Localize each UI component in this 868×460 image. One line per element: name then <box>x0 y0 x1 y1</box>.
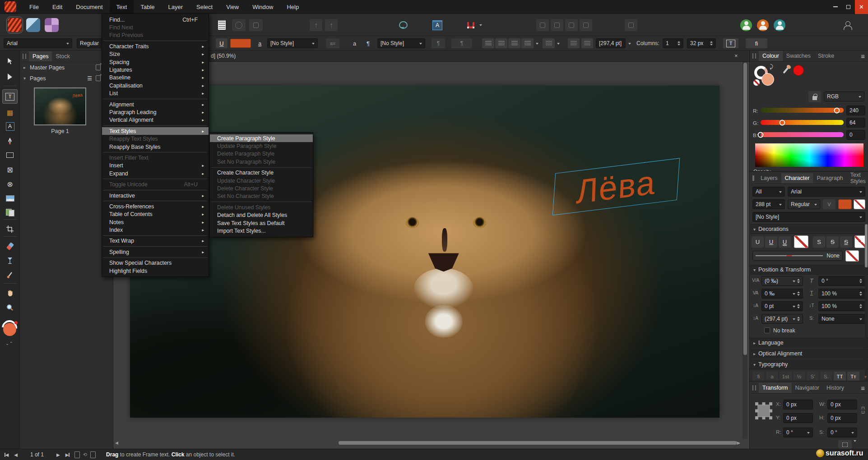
panel-handle-icon[interactable] <box>23 54 26 59</box>
tab-text-styles[interactable]: Text Styles <box>847 173 868 186</box>
document-close-icon[interactable]: × <box>734 52 738 59</box>
tab-character[interactable]: Character <box>781 173 813 183</box>
underline-colour-swatch[interactable] <box>794 235 808 248</box>
align-center-button[interactable] <box>495 38 507 48</box>
leading-value-dropdown[interactable] <box>627 38 633 48</box>
submenu-item[interactable]: Import Text Styles... <box>210 227 313 235</box>
hand-tool[interactable] <box>2 287 18 299</box>
submenu-item[interactable]: Delete Character Style <box>210 184 313 192</box>
submenu-item[interactable]: Detach and Delete All Styles <box>210 212 313 219</box>
typography-button[interactable]: 1st <box>780 372 792 382</box>
tab-stroke[interactable]: Stroke <box>814 51 838 61</box>
menu-item[interactable]: Cross-References <box>102 202 209 210</box>
picture-frame-ellipse-tool[interactable]: ⊗ <box>2 178 18 190</box>
typography-header[interactable]: ▾Typography <box>750 359 868 369</box>
typography-button[interactable]: fi <box>752 372 765 382</box>
rotation-select[interactable]: 0 ° <box>783 428 813 437</box>
menu-item[interactable]: Character Traits <box>102 42 209 50</box>
menubar-item[interactable]: Table <box>134 0 161 14</box>
menu-item[interactable]: Interactive <box>102 192 209 199</box>
stepper-icon[interactable] <box>710 40 713 47</box>
font-size-select[interactable]: 288 pt <box>752 199 785 209</box>
arrange-button-4[interactable] <box>580 19 592 31</box>
ellipse-tool-button[interactable] <box>232 19 246 31</box>
pen-tool[interactable] <box>2 134 18 147</box>
tab-paragraph[interactable]: Paragraph <box>813 173 846 183</box>
menu-item[interactable]: Paragraph Leading <box>102 108 209 116</box>
move-back-button[interactable]: ↑ <box>325 19 338 31</box>
menubar-item[interactable]: File <box>23 0 46 14</box>
snapping-dropdown[interactable] <box>478 19 484 31</box>
kerning-input[interactable]: (0 ‰) <box>761 276 803 286</box>
horizontal-scrollbar[interactable]: ◀ ▶ <box>114 440 741 446</box>
ligatures-button[interactable]: fi <box>746 38 767 48</box>
menubar-item[interactable]: View <box>219 0 246 14</box>
decorations-header[interactable]: ▾Decorations <box>750 224 868 234</box>
alignment-dropdown[interactable] <box>534 38 540 48</box>
menu-item[interactable]: Size <box>102 51 209 58</box>
double-strikethrough-button[interactable]: S <box>840 236 852 248</box>
single-page-view-icon[interactable] <box>74 451 80 458</box>
slider-handle[interactable] <box>758 132 764 138</box>
picture-frame-rect-tool[interactable]: ⊠ <box>2 163 18 176</box>
tab-stock[interactable]: Stock <box>52 51 73 61</box>
snapping-button[interactable] <box>464 19 478 31</box>
arrange-button-1[interactable] <box>536 19 549 31</box>
master-pages-row[interactable]: ▸ Master Pages <box>20 62 113 73</box>
slider-handle[interactable] <box>779 120 785 125</box>
menu-item[interactable]: Table of Contents <box>102 211 209 218</box>
add-master-icon[interactable] <box>96 64 101 70</box>
submenu-item[interactable]: Set No Character Style <box>210 193 313 200</box>
font-family-select[interactable]: Arial <box>788 187 865 197</box>
panel-handle-icon[interactable] <box>752 53 756 59</box>
fill-stroke-colour-indicator[interactable] <box>2 320 18 336</box>
menu-item[interactable]: Reapply Base Styles <box>102 143 209 151</box>
underline-off-button[interactable]: U <box>752 236 764 248</box>
panel-handle-icon[interactable] <box>752 385 756 391</box>
menu-item[interactable]: Find Previous <box>102 32 209 39</box>
zoom-tool[interactable] <box>2 301 18 314</box>
share-avatar-orange-icon[interactable] <box>757 19 769 31</box>
typography-button[interactable]: a <box>766 372 778 382</box>
art-text-tool[interactable]: A <box>2 120 18 133</box>
scroll-down-icon[interactable]: ▼ <box>863 375 868 379</box>
menubar-item[interactable]: Document <box>69 0 109 14</box>
share-avatar-green-icon[interactable] <box>740 19 752 31</box>
fill-colour-swatch[interactable] <box>838 199 852 209</box>
close-button[interactable]: ✕ <box>855 0 868 14</box>
panel-scroll-thumb[interactable] <box>865 224 868 267</box>
slider-handle[interactable] <box>834 107 840 113</box>
menu-item[interactable]: Text Styles <box>102 127 209 135</box>
menu-item[interactable]: Vertical Alignment <box>102 116 209 124</box>
transform-mode-button[interactable] <box>838 440 852 449</box>
menu-item[interactable]: Insert Filler Text <box>102 154 209 161</box>
panel-menu-icon[interactable]: ≡ <box>861 52 865 60</box>
menu-item[interactable]: Ligatures <box>102 66 209 74</box>
underline-button[interactable]: U <box>765 236 777 248</box>
picked-colour-swatch[interactable] <box>793 65 804 76</box>
paragraph-style-select[interactable]: [No Style] <box>377 38 425 48</box>
tab-history[interactable]: History <box>823 383 848 393</box>
b-value[interactable]: 0 <box>846 130 865 140</box>
menu-item[interactable]: List <box>102 90 209 97</box>
spread-view-icon[interactable]: ⟲ <box>83 452 87 458</box>
kerning-toggle-button[interactable]: V <box>823 199 836 209</box>
menu-item[interactable]: Capitalisation <box>102 82 209 89</box>
colour-mode-select[interactable]: RGB <box>824 92 864 101</box>
y-input[interactable]: 0 px <box>783 413 813 423</box>
tab-navigator[interactable]: Navigator <box>792 383 823 393</box>
typography-button[interactable]: Tᴛ <box>847 372 859 382</box>
typography-button[interactable]: S. <box>820 372 832 382</box>
character-style-select[interactable]: [No Style] <box>267 38 318 48</box>
justify-button[interactable] <box>521 38 534 48</box>
typography-button[interactable]: S' <box>807 372 819 382</box>
menu-item[interactable]: Toggle Unicode Alt+U <box>102 180 209 188</box>
menu-item[interactable]: Index <box>102 226 209 234</box>
submenu-item[interactable]: Create Paragraph Style <box>210 134 313 142</box>
add-page-icon[interactable] <box>96 75 101 81</box>
publisher-persona-button[interactable] <box>8 18 22 32</box>
line-colour-swatch[interactable] <box>845 250 859 262</box>
menu-item[interactable]: Find Next <box>102 23 209 31</box>
menu-item[interactable]: Insert <box>102 162 209 170</box>
arrange-button-3[interactable] <box>565 19 578 31</box>
